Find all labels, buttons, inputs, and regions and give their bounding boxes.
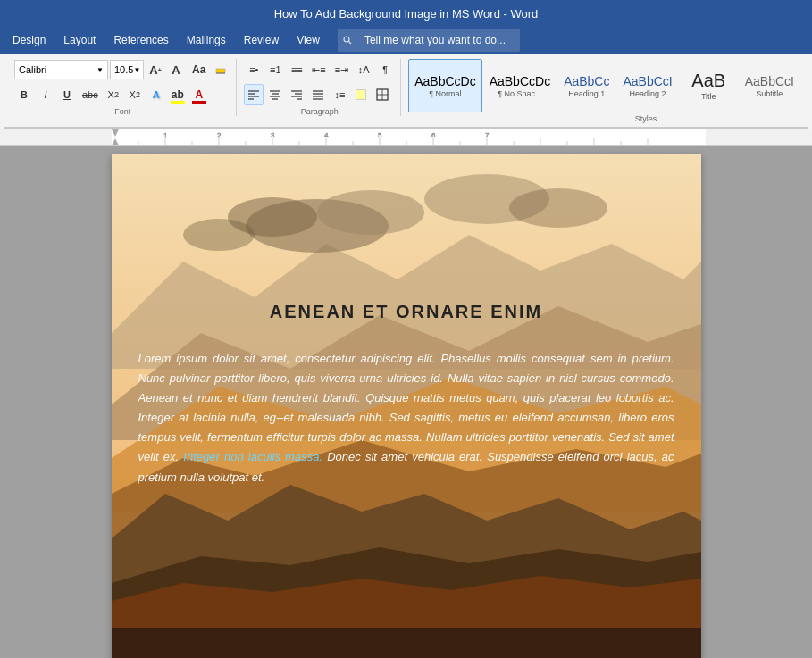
paragraph-tools: ≡• ≡1 ≡≡ ⇤≡ ≡⇥ ↕A ¶ — [244, 59, 395, 105]
svg-text:3: 3 — [271, 131, 275, 139]
svg-text:2: 2 — [217, 131, 222, 139]
justify-button[interactable] — [308, 84, 328, 105]
style-title[interactable]: AaB Title — [680, 59, 738, 112]
ruler-svg: 1 2 3 4 5 6 7 — [0, 129, 812, 146]
menu-item-review[interactable]: Review — [235, 30, 288, 50]
align-left-button[interactable] — [244, 84, 264, 105]
styles-panel: AaBbCcDc ¶ Normal AaBbCcDc ¶ No Spac... … — [408, 59, 812, 112]
shading-button[interactable] — [351, 84, 371, 105]
style-subtitle-label: Subtitle — [756, 89, 783, 98]
subscript-button[interactable]: X2 — [104, 84, 123, 105]
style-no-spacing-label: ¶ No Spac... — [498, 89, 541, 98]
style-subtitle-preview: AaBbCcI — [745, 74, 794, 88]
tell-me-search[interactable]: Tell me what you want to do... — [338, 29, 520, 52]
bold-button[interactable]: B — [14, 84, 34, 105]
style-no-spacing[interactable]: AaBbCcDc ¶ No Spac... — [483, 59, 557, 112]
align-left-icon — [247, 89, 260, 100]
style-heading1-label: Heading 1 — [568, 89, 605, 98]
title-text: How To Add Background Image in MS Word -… — [274, 7, 539, 21]
document-heading: AENEAN ET ORNARE ENIM — [112, 154, 701, 340]
ruler: 1 2 3 4 5 6 7 — [0, 129, 812, 146]
svg-rect-2 — [216, 69, 225, 73]
style-heading1-preview: AaBbCc — [564, 74, 609, 88]
font-color-button[interactable]: A — [189, 84, 209, 105]
ribbon-content: Calibri ▼ 10.5 ▼ A+ A- Aa B — [4, 55, 808, 129]
style-sub[interactable]: Aa Sub — [801, 59, 812, 112]
search-icon — [343, 36, 352, 45]
font-name-selector[interactable]: Calibri ▼ — [14, 60, 108, 79]
menu-item-view[interactable]: View — [288, 30, 329, 50]
borders-icon — [376, 88, 389, 101]
svg-text:1: 1 — [163, 131, 168, 139]
svg-text:6: 6 — [431, 131, 436, 139]
style-heading1[interactable]: AaBbCc Heading 1 — [557, 59, 615, 112]
ribbon: Calibri ▼ 10.5 ▼ A+ A- Aa B — [0, 54, 812, 129]
increase-indent-button[interactable]: ≡⇥ — [331, 59, 352, 80]
svg-text:7: 7 — [485, 131, 490, 139]
style-heading2-preview: AaBbCcI — [623, 74, 672, 88]
paragraph-label: Paragraph — [301, 107, 339, 116]
document-area: AENEAN ET ORNARE ENIM Lorem ipsum dolor … — [0, 146, 812, 658]
decrease-indent-button[interactable]: ⇤≡ — [308, 59, 329, 80]
strikethrough-button[interactable]: abc — [79, 84, 102, 105]
svg-point-0 — [344, 37, 349, 42]
eraser-icon — [214, 63, 227, 76]
text-effects-button[interactable]: A — [146, 84, 166, 105]
page: AENEAN ET ORNARE ENIM Lorem ipsum dolor … — [112, 154, 701, 658]
italic-button[interactable]: I — [36, 84, 55, 105]
change-case-button[interactable]: Aa — [188, 59, 209, 80]
numbering-button[interactable]: ≡1 — [265, 59, 285, 80]
font-size-arrow: ▼ — [133, 66, 140, 74]
show-marks-button[interactable]: ¶ — [375, 59, 395, 80]
style-subtitle[interactable]: AaBbCcI Subtitle — [739, 59, 800, 112]
align-right-icon — [290, 89, 303, 100]
style-normal-label: ¶ Normal — [429, 89, 461, 98]
page-content: AENEAN ET ORNARE ENIM Lorem ipsum dolor … — [112, 154, 701, 505]
svg-line-1 — [348, 42, 351, 45]
font-dropdown-arrow: ▼ — [96, 66, 104, 74]
highlight-color-button[interactable]: ab — [168, 84, 188, 105]
style-normal-preview: AaBbCcDc — [414, 74, 475, 88]
menu-item-mailings[interactable]: Mailings — [178, 30, 235, 50]
line-spacing-button[interactable]: ↕≡ — [330, 84, 349, 105]
svg-rect-68 — [112, 628, 701, 658]
style-normal[interactable]: AaBbCcDc ¶ Normal — [408, 59, 481, 112]
menu-item-design[interactable]: Design — [4, 30, 54, 50]
align-center-button[interactable] — [265, 84, 285, 105]
style-title-preview: AaB — [691, 71, 725, 91]
font-size-selector[interactable]: 10.5 ▼ — [110, 60, 144, 79]
superscript-button[interactable]: X2 — [125, 84, 145, 105]
paragraph-section: ≡• ≡1 ≡≡ ⇤≡ ≡⇥ ↕A ¶ — [239, 59, 401, 116]
font-section: Calibri ▼ 10.5 ▼ A+ A- Aa B — [9, 59, 237, 116]
justify-icon — [312, 89, 324, 100]
title-bar: How To Add Background Image in MS Word -… — [0, 0, 812, 27]
font-name-value: Calibri — [19, 64, 96, 75]
font-size-value: 10.5 — [114, 64, 133, 75]
sort-button[interactable]: ↕A — [354, 59, 373, 80]
style-heading2-label: Heading 2 — [630, 89, 666, 98]
style-heading2[interactable]: AaBbCcI Heading 2 — [616, 59, 678, 112]
menu-item-references[interactable]: References — [105, 30, 177, 50]
svg-text:4: 4 — [324, 131, 329, 139]
align-right-button[interactable] — [287, 84, 306, 105]
align-center-icon — [269, 89, 281, 100]
menu-bar: Design Layout References Mailings Review… — [0, 27, 812, 54]
styles-section: AaBbCcDc ¶ Normal AaBbCcDc ¶ No Spac... … — [403, 59, 812, 123]
svg-text:5: 5 — [378, 131, 382, 139]
shrink-font-button[interactable]: A- — [167, 59, 187, 80]
underline-button[interactable]: U — [57, 84, 77, 105]
tell-me-placeholder: Tell me what you want to do... — [356, 30, 515, 50]
font-label: Font — [114, 107, 130, 116]
menu-item-layout[interactable]: Layout — [54, 30, 105, 50]
style-no-spacing-preview: AaBbCcDc — [490, 74, 550, 88]
bullets-button[interactable]: ≡• — [244, 59, 264, 80]
styles-label: Styles — [635, 114, 657, 123]
multilevel-button[interactable]: ≡≡ — [287, 59, 306, 80]
document-body[interactable]: Lorem ipsum dolor sit amet, consectetur … — [112, 340, 701, 505]
highlighted-text: Integer non iaculis massa. — [183, 450, 322, 463]
grow-font-button[interactable]: A+ — [146, 59, 165, 80]
font-tools: Calibri ▼ 10.5 ▼ A+ A- Aa B — [14, 59, 230, 105]
borders-button[interactable] — [373, 84, 392, 105]
style-title-label: Title — [701, 92, 716, 101]
clear-formatting-button[interactable] — [211, 59, 230, 80]
